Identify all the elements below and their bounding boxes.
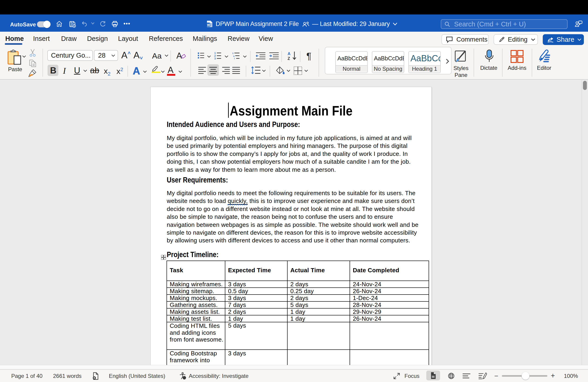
svg-text:W: W	[207, 23, 210, 27]
svg-text:Z: Z	[288, 56, 290, 60]
svg-text:i: i	[234, 57, 235, 60]
svg-text:A: A	[288, 51, 291, 56]
svg-text:a: a	[233, 55, 234, 57]
svg-text:1: 1	[214, 52, 216, 54]
svg-text:2: 2	[214, 54, 216, 57]
svg-text:3: 3	[214, 57, 216, 60]
svg-text:1: 1	[232, 52, 233, 54]
